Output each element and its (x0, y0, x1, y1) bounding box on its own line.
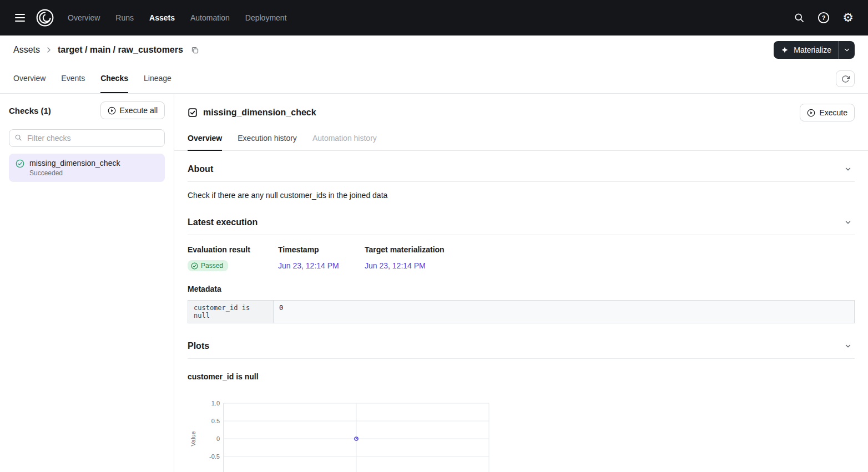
latest-execution-grid: Evaluation result Timestamp Target mater… (188, 245, 855, 271)
check-detail-body: About Check if there are any null custom… (174, 151, 868, 472)
copy-icon (191, 46, 199, 54)
value-chart: Value 1.0 0.5 0 - (188, 398, 855, 472)
materialize-caret-button[interactable] (838, 41, 855, 59)
top-nav: Overview Runs Assets Automation Deployme… (0, 0, 868, 35)
settings-button[interactable]: ⚙ (838, 8, 858, 28)
check-detail-title: missing_dimension_check (203, 108, 316, 118)
metadata-key: customer_id is null (188, 301, 274, 323)
tab-checks[interactable]: Checks (100, 64, 128, 93)
column-evaluation-result: Evaluation result (188, 245, 278, 254)
breadcrumb-asset-path: target / main / raw_customers (58, 45, 183, 55)
filter-checks-input[interactable] (9, 129, 165, 147)
check-status: Succeeded (29, 169, 120, 177)
primary-nav: Overview Runs Assets Automation Deployme… (68, 13, 287, 22)
y-tick-label: 0.5 (211, 418, 220, 424)
y-tick-label: -0.5 (209, 453, 220, 460)
help-icon: ? (817, 12, 830, 24)
tab-lineage[interactable]: Lineage (144, 64, 171, 93)
subtab-execution-history[interactable]: Execution history (238, 129, 297, 151)
collapse-latest-execution-button[interactable] (841, 216, 855, 229)
search-icon (14, 134, 22, 141)
subtab-automation-history: Automation history (312, 129, 377, 151)
dagster-logo-icon (36, 8, 54, 27)
chevron-right-icon (44, 45, 53, 54)
chart-title: customer_id is null (188, 372, 855, 381)
check-detail-panel: missing_dimension_check Execute Overview… (174, 94, 868, 472)
search-icon (794, 12, 805, 23)
y-tick-label: 0 (216, 435, 220, 442)
check-list-item[interactable]: missing_dimension_check Succeeded (9, 154, 165, 182)
column-timestamp: Timestamp (278, 245, 365, 254)
y-axis-label: Value (190, 431, 196, 446)
about-description: Check if there are any null customer_ids… (188, 191, 855, 200)
gear-icon: ⚙ (842, 12, 854, 24)
nav-item-overview[interactable]: Overview (68, 13, 100, 22)
hamburger-icon (15, 14, 25, 22)
svg-text:?: ? (822, 14, 826, 21)
hamburger-menu-button[interactable] (10, 8, 30, 28)
checks-sidebar: Checks (1) Execute all (0, 94, 174, 472)
play-circle-icon (807, 109, 815, 117)
materialize-button[interactable]: Materialize (774, 41, 838, 59)
chevron-down-icon (843, 46, 851, 54)
breadcrumb-row: Assets target / main / raw_customers Mat… (0, 35, 868, 64)
materialize-label: Materialize (794, 45, 831, 54)
execute-label: Execute (819, 108, 847, 117)
help-button[interactable]: ? (814, 8, 834, 28)
copy-button[interactable] (188, 42, 203, 58)
nav-item-deployment[interactable]: Deployment (245, 13, 287, 22)
plots-heading: Plots (188, 341, 209, 351)
check-detail-header: missing_dimension_check Execute (174, 94, 868, 129)
checks-count-title: Checks (1) (9, 106, 51, 115)
latest-execution-heading: Latest execution (188, 217, 258, 227)
content: Checks (1) Execute all (0, 94, 868, 472)
y-tick-label: 1.0 (211, 400, 220, 407)
data-point-center (356, 438, 357, 439)
subtab-overview[interactable]: Overview (188, 129, 222, 151)
chevron-down-icon (844, 219, 852, 226)
breadcrumb-assets-link[interactable]: Assets (13, 45, 40, 55)
section-latest-execution-heading: Latest execution (188, 204, 855, 235)
check-detail-tabs: Overview Execution history Automation hi… (174, 129, 868, 151)
target-materialization-link[interactable]: Jun 23, 12:14 PM (365, 261, 855, 270)
execute-button[interactable]: Execute (800, 104, 855, 121)
status-badge: Passed (188, 260, 228, 271)
check-success-icon (16, 159, 24, 168)
nav-item-automation[interactable]: Automation (190, 13, 230, 22)
play-circle-icon (108, 106, 116, 115)
sparkle-icon (780, 45, 789, 54)
section-about-heading: About (188, 151, 855, 182)
about-heading: About (188, 164, 213, 174)
sidebar-header: Checks (1) Execute all (0, 94, 174, 127)
tab-overview[interactable]: Overview (13, 64, 46, 93)
metadata-table: customer_id is null 0 (188, 300, 855, 323)
check-name: missing_dimension_check (29, 159, 120, 168)
search-button[interactable] (789, 8, 809, 28)
status-badge-label: Passed (201, 262, 223, 270)
tab-events[interactable]: Events (61, 64, 85, 93)
execute-all-label: Execute all (120, 106, 158, 115)
topnav-actions: ? ⚙ (789, 8, 858, 28)
check-circle-icon (191, 262, 198, 270)
refresh-button[interactable] (836, 70, 855, 87)
check-list: missing_dimension_check Succeeded (0, 154, 174, 182)
section-plots-heading: Plots (188, 328, 855, 359)
nav-item-assets[interactable]: Assets (149, 13, 175, 22)
chevron-down-icon (844, 342, 852, 350)
timestamp-link[interactable]: Jun 23, 12:14 PM (278, 261, 365, 270)
chevron-down-icon (844, 165, 852, 173)
column-target-materialization: Target materialization (365, 245, 855, 254)
dagster-logo[interactable] (33, 6, 57, 29)
collapse-plots-button[interactable] (841, 339, 855, 353)
nav-item-runs[interactable]: Runs (115, 13, 134, 22)
metadata-value: 0 (274, 301, 854, 323)
metadata-heading: Metadata (188, 285, 855, 293)
asset-tabs: Overview Events Checks Lineage (0, 64, 868, 94)
filter-checks (0, 127, 174, 154)
execute-all-button[interactable]: Execute all (100, 101, 165, 119)
collapse-about-button[interactable] (841, 163, 855, 176)
materialize-split-button: Materialize (774, 41, 855, 59)
refresh-icon (841, 75, 850, 83)
asset-check-icon (188, 108, 198, 118)
